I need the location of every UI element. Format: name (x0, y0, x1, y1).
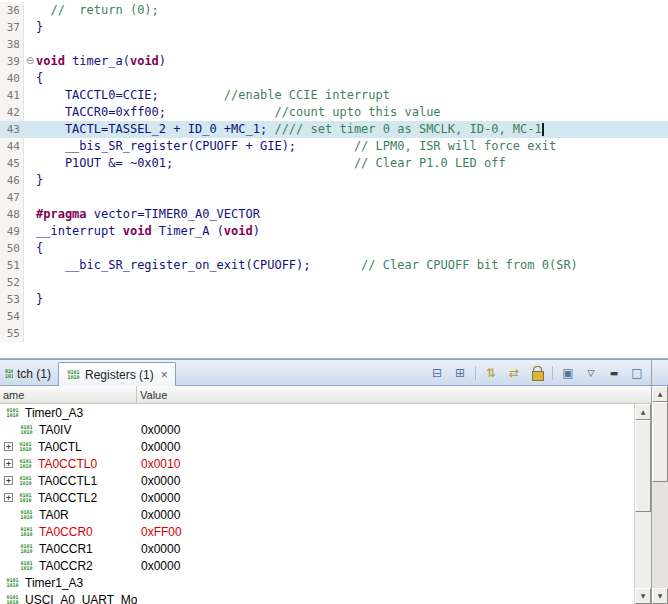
scroll-down-icon[interactable]: ▼ (635, 588, 651, 604)
code-line[interactable]: 38 (0, 36, 668, 53)
line-number[interactable]: 55 (0, 325, 24, 342)
expand-icon[interactable]: + (4, 476, 13, 485)
code-line[interactable]: 51 __bic_SR_register_on_exit(CPUOFF); //… (0, 257, 668, 274)
scrollbar-thumb[interactable] (635, 420, 651, 512)
view-tab-bar: 0101 1010 tch (1) 0101 1010 Registers (1… (0, 359, 651, 386)
line-number[interactable]: 49 (0, 223, 24, 240)
register-icon: 0101 1010 (18, 493, 33, 503)
line-number[interactable]: 40 (0, 70, 24, 87)
outer-scrollbar-thumb[interactable] (652, 402, 668, 482)
minimize-icon[interactable]: ▬ (606, 365, 622, 381)
code-line[interactable]: 39⊖void timer_a(void) (0, 53, 668, 70)
fold-margin (24, 291, 36, 308)
code-line[interactable]: 53} (0, 291, 668, 308)
scrollbar-track[interactable] (635, 512, 651, 588)
register-group-row[interactable]: 0101 1010Timer1_A3 (0, 574, 634, 591)
code-line[interactable]: 52 (0, 274, 668, 291)
outer-scrollbar-track[interactable] (652, 482, 668, 588)
code-line[interactable]: 41 TACCTL0=CCIE; //enable CCIE interrupt (0, 87, 668, 104)
register-row[interactable]: +0101 1010TA0CTL0x0000 (0, 438, 634, 455)
code-line[interactable]: 54 (0, 308, 668, 325)
code-line[interactable]: 48#pragma vector=TIMER0_A0_VECTOR (0, 206, 668, 223)
register-row[interactable]: 0101 1010TA0R0x0000 (0, 506, 634, 523)
line-number[interactable]: 54 (0, 308, 24, 325)
register-row[interactable]: 0101 1010TA0CCR00xFF00 (0, 523, 634, 540)
tab-registers[interactable]: 0101 1010 Registers (1) × (58, 362, 176, 386)
code-line[interactable]: 45 P1OUT &= ~0x01; // Clear P1.0 LED off (0, 155, 668, 172)
register-name: Timer1_A3 (25, 576, 83, 590)
line-number[interactable]: 51 (0, 257, 24, 274)
column-header-name[interactable]: ame (0, 386, 137, 403)
write-registers-icon[interactable]: ⇄ (506, 365, 522, 381)
registers-scrollbar[interactable]: ▲ ▼ (634, 404, 651, 604)
tab-watch-label: tch (1) (17, 367, 51, 381)
column-header-value[interactable]: Value (137, 386, 651, 403)
registers-table: 0101 1010Timer0_A30101 1010TA0IV0x0000+0… (0, 404, 651, 604)
line-number[interactable]: 36 (0, 2, 24, 19)
layout-grid-icon[interactable]: ⊞ (452, 365, 468, 381)
code-line[interactable]: 55 (0, 325, 668, 342)
fold-margin (24, 274, 36, 291)
expand-icon[interactable]: + (4, 442, 13, 451)
expand-icon[interactable]: + (4, 459, 13, 468)
line-number[interactable]: 44 (0, 138, 24, 155)
code-text: P1OUT &= ~0x01; // Clear P1.0 LED off (36, 155, 506, 172)
fold-marker-icon[interactable]: ⊖ (24, 53, 36, 70)
line-number[interactable]: 45 (0, 155, 24, 172)
code-line[interactable]: 37} (0, 19, 668, 36)
code-text: { (36, 240, 43, 257)
expand-icon[interactable]: + (4, 493, 13, 502)
fold-margin (24, 257, 36, 274)
lock-icon[interactable] (529, 365, 545, 381)
code-line[interactable]: 49__interrupt void Timer_A (void) (0, 223, 668, 240)
register-row[interactable]: +0101 1010TA0CCTL20x0000 (0, 489, 634, 506)
register-row[interactable]: 0101 1010TA0IV0x0000 (0, 421, 634, 438)
code-line[interactable]: 42 TACCR0=0xff00; //count upto this valu… (0, 104, 668, 121)
outer-scroll-down-icon[interactable]: ▼ (652, 588, 668, 604)
code-line[interactable]: 43 TACTL=TASSEL_2 + ID_0 +MC_1; //// set… (0, 121, 668, 138)
line-number[interactable]: 47 (0, 189, 24, 206)
code-line[interactable]: 47 (0, 189, 668, 206)
code-line[interactable]: 44 __bis_SR_register(CPUOFF + GIE); // L… (0, 138, 668, 155)
maximize-icon[interactable]: □ (629, 365, 645, 381)
line-number[interactable]: 42 (0, 104, 24, 121)
register-icon: 0101 1010 (19, 561, 34, 571)
view-menu-icon[interactable]: ▽ (583, 365, 599, 381)
register-name: TA0CCTL0 (38, 457, 97, 471)
register-icon: 0101 1010 (19, 527, 34, 537)
register-value: 0x0000 (137, 508, 634, 522)
line-number[interactable]: 38 (0, 36, 24, 53)
scroll-up-icon[interactable]: ▲ (635, 404, 651, 420)
close-icon[interactable]: × (161, 369, 168, 381)
code-line[interactable]: 50{ (0, 240, 668, 257)
code-line[interactable]: 40{ (0, 70, 668, 87)
line-number[interactable]: 48 (0, 206, 24, 223)
fold-margin (24, 240, 36, 257)
line-number[interactable]: 37 (0, 19, 24, 36)
tab-watch[interactable]: 0101 1010 tch (1) (0, 363, 58, 385)
code-line[interactable]: 36 // return (0); (0, 2, 668, 19)
line-number[interactable]: 39 (0, 53, 24, 70)
fold-margin (24, 223, 36, 240)
line-number[interactable]: 46 (0, 172, 24, 189)
refresh-registers-icon[interactable]: ⇅ (483, 365, 499, 381)
register-row[interactable]: 0101 1010TA0CCR20x0000 (0, 557, 634, 574)
register-group-row[interactable]: 0101 1010USCI_A0_UART_Mo (0, 591, 634, 604)
code-line[interactable]: 46} (0, 172, 668, 189)
register-value: 0xFF00 (137, 525, 634, 539)
register-row[interactable]: +0101 1010TA0CCTL10x0000 (0, 472, 634, 489)
code-text: void timer_a(void) (36, 53, 166, 70)
line-number[interactable]: 41 (0, 87, 24, 104)
fold-margin (24, 138, 36, 155)
line-number[interactable]: 52 (0, 274, 24, 291)
line-number[interactable]: 50 (0, 240, 24, 257)
outer-scroll-up-icon[interactable]: ▲ (652, 386, 668, 402)
new-register-group-icon[interactable]: ▣ (560, 365, 576, 381)
layout-collapse-icon[interactable]: ⊟ (429, 365, 445, 381)
register-group-row[interactable]: 0101 1010Timer0_A3 (0, 404, 634, 421)
register-row[interactable]: +0101 1010TA0CCTL00x0010 (0, 455, 634, 472)
code-editor[interactable]: 36 // return (0);37}3839⊖void timer_a(vo… (0, 0, 668, 359)
line-number[interactable]: 43 (0, 121, 24, 138)
line-number[interactable]: 53 (0, 291, 24, 308)
register-row[interactable]: 0101 1010TA0CCR10x0000 (0, 540, 634, 557)
